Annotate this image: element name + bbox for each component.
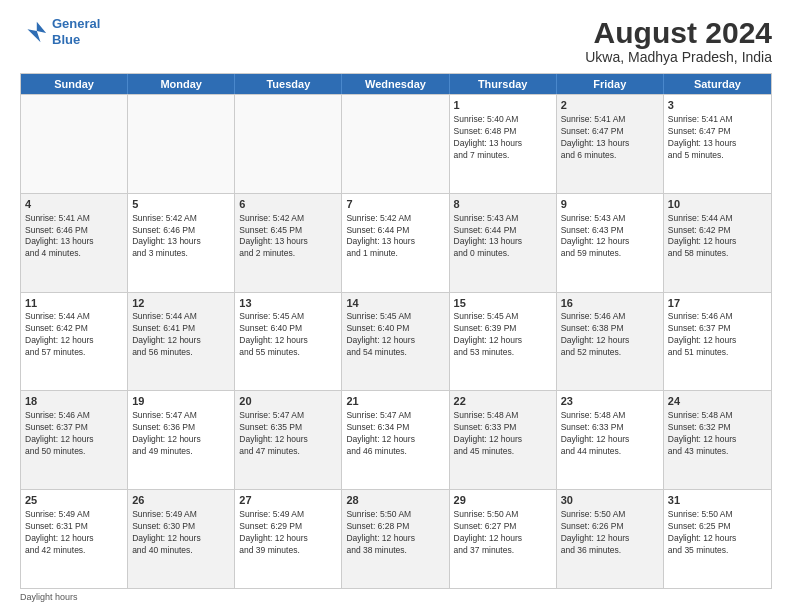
cell-text: Sunrise: 5:43 AM Sunset: 6:44 PM Dayligh… (454, 213, 552, 261)
cal-cell (235, 95, 342, 193)
day-header-friday: Friday (557, 74, 664, 94)
day-number: 26 (132, 493, 230, 508)
day-number: 25 (25, 493, 123, 508)
cell-text: Sunrise: 5:50 AM Sunset: 6:27 PM Dayligh… (454, 509, 552, 557)
week-row-4: 18Sunrise: 5:46 AM Sunset: 6:37 PM Dayli… (21, 390, 771, 489)
cell-text: Sunrise: 5:45 AM Sunset: 6:40 PM Dayligh… (346, 311, 444, 359)
logo-icon (20, 18, 48, 46)
logo-text: General Blue (52, 16, 100, 47)
cell-text: Sunrise: 5:46 AM Sunset: 6:37 PM Dayligh… (25, 410, 123, 458)
day-header-thursday: Thursday (450, 74, 557, 94)
calendar-body: 1Sunrise: 5:40 AM Sunset: 6:48 PM Daylig… (21, 94, 771, 588)
day-number: 29 (454, 493, 552, 508)
week-row-3: 11Sunrise: 5:44 AM Sunset: 6:42 PM Dayli… (21, 292, 771, 391)
day-number: 21 (346, 394, 444, 409)
cal-cell: 29Sunrise: 5:50 AM Sunset: 6:27 PM Dayli… (450, 490, 557, 588)
cell-text: Sunrise: 5:41 AM Sunset: 6:47 PM Dayligh… (668, 114, 767, 162)
day-number: 30 (561, 493, 659, 508)
cell-text: Sunrise: 5:50 AM Sunset: 6:28 PM Dayligh… (346, 509, 444, 557)
cal-cell: 20Sunrise: 5:47 AM Sunset: 6:35 PM Dayli… (235, 391, 342, 489)
subtitle: Ukwa, Madhya Pradesh, India (585, 49, 772, 65)
title-block: August 2024 Ukwa, Madhya Pradesh, India (585, 16, 772, 65)
day-number: 9 (561, 197, 659, 212)
logo: General Blue (20, 16, 100, 47)
day-number: 31 (668, 493, 767, 508)
day-number: 20 (239, 394, 337, 409)
day-header-sunday: Sunday (21, 74, 128, 94)
cal-cell: 13Sunrise: 5:45 AM Sunset: 6:40 PM Dayli… (235, 293, 342, 391)
day-header-tuesday: Tuesday (235, 74, 342, 94)
cell-text: Sunrise: 5:49 AM Sunset: 6:29 PM Dayligh… (239, 509, 337, 557)
cal-cell: 31Sunrise: 5:50 AM Sunset: 6:25 PM Dayli… (664, 490, 771, 588)
cell-text: Sunrise: 5:45 AM Sunset: 6:39 PM Dayligh… (454, 311, 552, 359)
cal-cell: 9Sunrise: 5:43 AM Sunset: 6:43 PM Daylig… (557, 194, 664, 292)
cell-text: Sunrise: 5:42 AM Sunset: 6:44 PM Dayligh… (346, 213, 444, 261)
cal-cell: 11Sunrise: 5:44 AM Sunset: 6:42 PM Dayli… (21, 293, 128, 391)
cal-cell: 6Sunrise: 5:42 AM Sunset: 6:45 PM Daylig… (235, 194, 342, 292)
cell-text: Sunrise: 5:47 AM Sunset: 6:36 PM Dayligh… (132, 410, 230, 458)
day-number: 18 (25, 394, 123, 409)
cal-cell: 27Sunrise: 5:49 AM Sunset: 6:29 PM Dayli… (235, 490, 342, 588)
day-number: 14 (346, 296, 444, 311)
cell-text: Sunrise: 5:43 AM Sunset: 6:43 PM Dayligh… (561, 213, 659, 261)
cell-text: Sunrise: 5:48 AM Sunset: 6:33 PM Dayligh… (561, 410, 659, 458)
cell-text: Sunrise: 5:46 AM Sunset: 6:38 PM Dayligh… (561, 311, 659, 359)
cal-cell: 15Sunrise: 5:45 AM Sunset: 6:39 PM Dayli… (450, 293, 557, 391)
header: General Blue August 2024 Ukwa, Madhya Pr… (20, 16, 772, 65)
cell-text: Sunrise: 5:47 AM Sunset: 6:34 PM Dayligh… (346, 410, 444, 458)
day-number: 10 (668, 197, 767, 212)
day-header-wednesday: Wednesday (342, 74, 449, 94)
cell-text: Sunrise: 5:44 AM Sunset: 6:41 PM Dayligh… (132, 311, 230, 359)
cal-cell: 16Sunrise: 5:46 AM Sunset: 6:38 PM Dayli… (557, 293, 664, 391)
day-number: 12 (132, 296, 230, 311)
day-number: 3 (668, 98, 767, 113)
week-row-1: 1Sunrise: 5:40 AM Sunset: 6:48 PM Daylig… (21, 94, 771, 193)
cell-text: Sunrise: 5:49 AM Sunset: 6:30 PM Dayligh… (132, 509, 230, 557)
cal-cell: 21Sunrise: 5:47 AM Sunset: 6:34 PM Dayli… (342, 391, 449, 489)
cal-cell: 8Sunrise: 5:43 AM Sunset: 6:44 PM Daylig… (450, 194, 557, 292)
cal-cell: 7Sunrise: 5:42 AM Sunset: 6:44 PM Daylig… (342, 194, 449, 292)
cell-text: Sunrise: 5:42 AM Sunset: 6:45 PM Dayligh… (239, 213, 337, 261)
cal-cell: 12Sunrise: 5:44 AM Sunset: 6:41 PM Dayli… (128, 293, 235, 391)
cal-cell: 26Sunrise: 5:49 AM Sunset: 6:30 PM Dayli… (128, 490, 235, 588)
cal-cell: 10Sunrise: 5:44 AM Sunset: 6:42 PM Dayli… (664, 194, 771, 292)
cal-cell: 23Sunrise: 5:48 AM Sunset: 6:33 PM Dayli… (557, 391, 664, 489)
cell-text: Sunrise: 5:48 AM Sunset: 6:33 PM Dayligh… (454, 410, 552, 458)
day-number: 16 (561, 296, 659, 311)
cell-text: Sunrise: 5:44 AM Sunset: 6:42 PM Dayligh… (25, 311, 123, 359)
day-header-monday: Monday (128, 74, 235, 94)
cal-cell: 25Sunrise: 5:49 AM Sunset: 6:31 PM Dayli… (21, 490, 128, 588)
day-number: 22 (454, 394, 552, 409)
cal-cell: 14Sunrise: 5:45 AM Sunset: 6:40 PM Dayli… (342, 293, 449, 391)
week-row-2: 4Sunrise: 5:41 AM Sunset: 6:46 PM Daylig… (21, 193, 771, 292)
day-number: 24 (668, 394, 767, 409)
cell-text: Sunrise: 5:50 AM Sunset: 6:26 PM Dayligh… (561, 509, 659, 557)
calendar-header: SundayMondayTuesdayWednesdayThursdayFrid… (21, 74, 771, 94)
cell-text: Sunrise: 5:41 AM Sunset: 6:47 PM Dayligh… (561, 114, 659, 162)
day-number: 11 (25, 296, 123, 311)
cal-cell (21, 95, 128, 193)
cell-text: Sunrise: 5:40 AM Sunset: 6:48 PM Dayligh… (454, 114, 552, 162)
day-header-saturday: Saturday (664, 74, 771, 94)
cal-cell: 2Sunrise: 5:41 AM Sunset: 6:47 PM Daylig… (557, 95, 664, 193)
cal-cell: 28Sunrise: 5:50 AM Sunset: 6:28 PM Dayli… (342, 490, 449, 588)
cal-cell (128, 95, 235, 193)
cal-cell: 3Sunrise: 5:41 AM Sunset: 6:47 PM Daylig… (664, 95, 771, 193)
cal-cell: 22Sunrise: 5:48 AM Sunset: 6:33 PM Dayli… (450, 391, 557, 489)
cal-cell: 18Sunrise: 5:46 AM Sunset: 6:37 PM Dayli… (21, 391, 128, 489)
day-number: 6 (239, 197, 337, 212)
cell-text: Sunrise: 5:44 AM Sunset: 6:42 PM Dayligh… (668, 213, 767, 261)
calendar: SundayMondayTuesdayWednesdayThursdayFrid… (20, 73, 772, 589)
cal-cell: 5Sunrise: 5:42 AM Sunset: 6:46 PM Daylig… (128, 194, 235, 292)
day-number: 23 (561, 394, 659, 409)
day-number: 4 (25, 197, 123, 212)
day-number: 2 (561, 98, 659, 113)
week-row-5: 25Sunrise: 5:49 AM Sunset: 6:31 PM Dayli… (21, 489, 771, 588)
day-number: 28 (346, 493, 444, 508)
cell-text: Sunrise: 5:46 AM Sunset: 6:37 PM Dayligh… (668, 311, 767, 359)
cal-cell: 24Sunrise: 5:48 AM Sunset: 6:32 PM Dayli… (664, 391, 771, 489)
cal-cell: 30Sunrise: 5:50 AM Sunset: 6:26 PM Dayli… (557, 490, 664, 588)
main-title: August 2024 (585, 16, 772, 49)
cal-cell (342, 95, 449, 193)
day-number: 13 (239, 296, 337, 311)
